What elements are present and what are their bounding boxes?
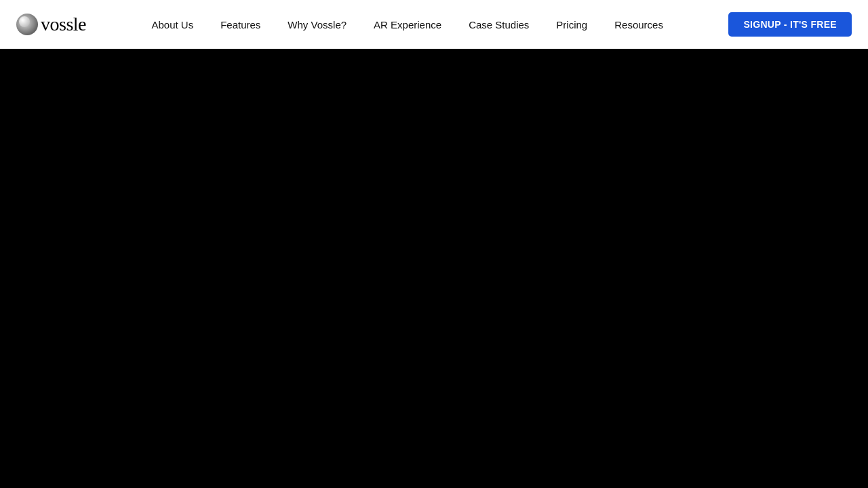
nav-item-ar-experience[interactable]: AR Experience xyxy=(360,0,455,49)
nav-item-resources[interactable]: Resources xyxy=(601,0,677,49)
logo-link[interactable]: vossle xyxy=(16,14,86,35)
signup-button[interactable]: SIGNUP - It's free xyxy=(728,12,852,37)
nav-item-features[interactable]: Features xyxy=(207,0,274,49)
navbar: vossle About Us Features Why Vossle? AR … xyxy=(0,0,868,49)
logo-text: vossle xyxy=(41,14,86,35)
logo-icon xyxy=(16,14,38,35)
nav-item-why-vossle[interactable]: Why Vossle? xyxy=(274,0,360,49)
main-content xyxy=(0,49,868,488)
navbar-left: vossle xyxy=(16,14,86,35)
nav-item-pricing[interactable]: Pricing xyxy=(542,0,601,49)
nav-item-about-us[interactable]: About Us xyxy=(138,0,207,49)
nav-item-case-studies[interactable]: Case Studies xyxy=(455,0,542,49)
nav-links: About Us Features Why Vossle? AR Experie… xyxy=(138,0,676,49)
